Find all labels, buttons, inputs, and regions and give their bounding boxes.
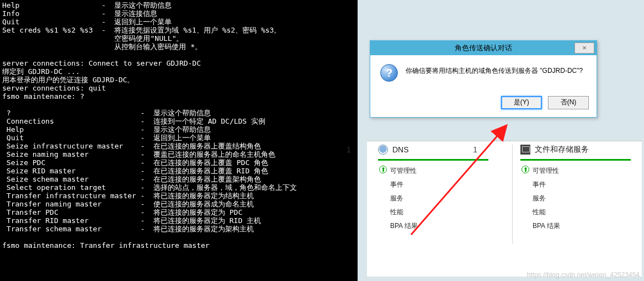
list-item[interactable]: 服务 [378,192,516,205]
dialog-button-row: 是(Y) 否(N) [370,92,597,117]
server-manager-dashboard: 1 DNS 1 可管理性 事件 服务 性能 BPA 结果 文件和存储服务 可管理… [367,141,642,277]
file-storage-card-title: 文件和存储服务 [535,145,589,155]
card-divider [512,145,513,244]
close-button[interactable]: × [574,43,594,54]
list-item[interactable]: 可管理性 [520,164,644,178]
dialog-titlebar[interactable]: 角色传送确认对话 × [370,41,597,55]
list-item[interactable]: BPA 结果 [378,219,516,233]
dns-card-list: 可管理性 事件 服务 性能 BPA 结果 [378,164,516,233]
list-item[interactable]: 服务 [520,192,644,205]
confirm-dialog: 角色传送确认对话 × ? 你确信要将用结构主机的域角色传送到服务器 "GDJRD… [370,40,597,118]
file-storage-icon [520,145,530,155]
file-storage-card[interactable]: 文件和存储服务 可管理性 事件 服务 性能 BPA 结果 [520,145,644,233]
dns-card-divider [378,159,488,161]
list-item[interactable]: 性能 [520,205,644,219]
file-storage-card-header[interactable]: 文件和存储服务 [520,145,644,155]
dns-card-title: DNS [392,145,409,154]
dialog-title-text: 角色传送确认对话 [455,44,512,52]
question-icon: ? [380,64,398,82]
dns-icon [378,145,388,155]
dialog-message: 你确信要将用结构主机的域角色传送到服务器 "GDJRD-DC"? [406,64,583,76]
list-item[interactable]: 事件 [520,178,644,192]
list-item[interactable]: 可管理性 [378,164,516,178]
file-storage-card-list: 可管理性 事件 服务 性能 BPA 结果 [520,164,644,233]
dns-card-count: 1 [473,145,477,154]
no-button[interactable]: 否(N) [548,96,589,109]
prev-card-count: 1 [347,145,351,154]
dns-card-header[interactable]: DNS 1 [378,145,516,155]
file-storage-card-divider [520,159,631,161]
list-item[interactable]: BPA 结果 [520,219,644,233]
dialog-body: ? 你确信要将用结构主机的域角色传送到服务器 "GDJRD-DC"? [370,55,597,92]
list-item[interactable]: 性能 [378,205,516,219]
dns-card[interactable]: DNS 1 可管理性 事件 服务 性能 BPA 结果 [378,145,516,233]
command-prompt[interactable]: Help - 显示这个帮助信息 Info - 显示连接信息 Quit - 返回到… [0,0,358,281]
yes-button[interactable]: 是(Y) [501,96,542,109]
list-item[interactable]: 事件 [378,178,516,192]
